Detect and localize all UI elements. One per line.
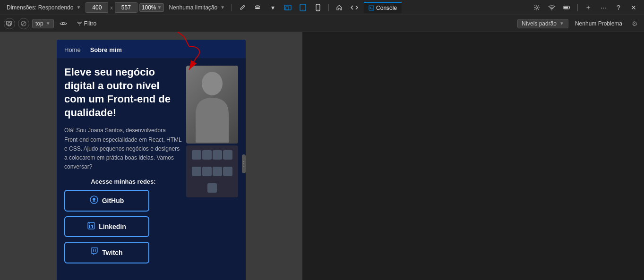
site-title: Eleve seu negócio digital a outro nível …: [64, 66, 182, 119]
sticker-4: [223, 150, 232, 160]
twitch-button[interactable]: Twitch: [64, 242, 149, 263]
signal-icon[interactable]: [545, 1, 558, 14]
console-tab[interactable]: Console: [364, 2, 402, 13]
github-icon: [90, 195, 98, 206]
svg-point-10: [551, 9, 552, 10]
pin-icon[interactable]: ▾: [266, 1, 279, 14]
code-icon[interactable]: [348, 1, 361, 14]
responsive-toggle-btn[interactable]: [4, 18, 15, 29]
toolbar-sep-2: [328, 4, 329, 11]
social-heading: Acesse minhas redes:: [64, 178, 182, 185]
filter-label: Filtro: [84, 20, 97, 27]
resize-dot-1: [243, 161, 244, 162]
svg-rect-1: [255, 8, 260, 9]
sticker-1: [192, 150, 201, 160]
settings-gear-icon[interactable]: ⚙: [629, 18, 640, 29]
context-label: top: [35, 20, 43, 27]
layers-icon[interactable]: [251, 1, 264, 14]
svg-rect-19: [89, 225, 90, 228]
limitation-chevron: ▼: [220, 5, 225, 10]
svg-rect-2: [284, 5, 291, 10]
filter-btn[interactable]: Filtro: [73, 19, 101, 28]
limitation-selector[interactable]: Nenhuma limitação ▼: [166, 3, 228, 12]
main-area: Home Sobre mim Eleve seu negócio digital…: [0, 32, 644, 280]
height-input[interactable]: [115, 2, 137, 13]
sticker-2: [202, 150, 212, 160]
svg-rect-21: [93, 249, 94, 252]
no-problems-label: Nenhum Problema: [571, 19, 626, 28]
twitch-label: Twitch: [102, 249, 122, 256]
devtools-toolbar: top ▼ Filtro Níveis padrão ▼ Nenhum Prob…: [0, 15, 644, 32]
nav-home[interactable]: Home: [64, 46, 81, 53]
context-chevron: ▼: [46, 21, 51, 26]
svg-point-7: [318, 9, 318, 10]
more-icon[interactable]: ···: [597, 1, 610, 14]
resize-dots: [243, 161, 244, 167]
top-toolbar: Dimensões: Respondendo ▼ x 100% ▼ Nenhum…: [0, 0, 644, 15]
dimension-chevron: ▼: [76, 5, 81, 10]
add-icon[interactable]: ＋: [582, 1, 595, 14]
nav-about[interactable]: Sobre mim: [90, 46, 122, 53]
github-label: GitHub: [102, 197, 124, 204]
svg-point-23: [202, 72, 223, 95]
profile-image: [186, 66, 238, 144]
site-nav: Home Sobre mim: [57, 40, 246, 58]
limitation-label: Nenhuma limitação: [169, 4, 217, 11]
linkedin-button[interactable]: Linkedin: [64, 216, 149, 237]
levels-chevron: ▼: [559, 21, 564, 26]
sticker-9: [207, 183, 217, 193]
width-input[interactable]: [86, 2, 108, 13]
site-image-col: [186, 66, 238, 268]
preview-pane: Home Sobre mim Eleve seu negócio digital…: [0, 32, 302, 280]
sticker-7: [213, 167, 222, 176]
dimension-box: x: [86, 2, 137, 13]
tablet-icon[interactable]: [296, 1, 309, 14]
zoom-chevron: ▼: [157, 5, 162, 10]
sticker-3: [213, 150, 222, 160]
sticker-6: [202, 167, 212, 176]
resize-dot-2: [243, 163, 244, 164]
context-selector[interactable]: top ▼: [32, 19, 54, 28]
zoom-value: 100%: [142, 4, 156, 11]
visibility-icon[interactable]: [57, 17, 70, 30]
site-preview: Home Sobre mim Eleve seu negócio digital…: [57, 40, 246, 280]
site-description: Olá! Sou Joana Santos, desenvolvedora Fr…: [64, 126, 182, 171]
site-text-col: Eleve seu negócio digital a outro nível …: [64, 66, 182, 268]
resize-handle[interactable]: [242, 154, 246, 173]
levels-selector[interactable]: Níveis padrão ▼: [517, 19, 568, 28]
site-content: Eleve seu negócio digital a outro nível …: [57, 58, 246, 276]
console-pane: [302, 32, 644, 280]
help-icon[interactable]: ?: [612, 1, 625, 14]
linkedin-icon: [87, 222, 95, 231]
sticker-8: [223, 167, 232, 176]
svg-rect-8: [369, 6, 374, 10]
zoom-selector[interactable]: 100% ▼: [139, 3, 164, 12]
console-tab-label: Console: [376, 5, 397, 11]
svg-rect-22: [95, 249, 96, 252]
responsive-icon[interactable]: [281, 1, 294, 14]
customize-icon[interactable]: [530, 1, 543, 14]
linkedin-label: Linkedin: [99, 223, 126, 230]
dimension-selector[interactable]: Dimensões: Respondendo ▼: [4, 3, 84, 12]
block-icon[interactable]: [18, 18, 29, 29]
battery-icon[interactable]: [560, 1, 574, 14]
pen-icon[interactable]: [236, 1, 249, 14]
github-button[interactable]: GitHub: [64, 190, 149, 212]
home-icon[interactable]: [333, 1, 346, 14]
svg-rect-14: [8, 23, 10, 26]
close-icon[interactable]: ✕: [627, 1, 640, 14]
svg-point-5: [302, 9, 303, 10]
svg-point-20: [89, 223, 90, 224]
dimension-label: Dimensões: Respondendo: [7, 4, 73, 11]
svg-rect-3: [286, 7, 289, 10]
svg-rect-12: [564, 7, 568, 8]
toolbar-sep-3: [577, 4, 578, 11]
levels-label: Níveis padrão: [522, 20, 557, 27]
phone-icon[interactable]: [311, 1, 325, 14]
toolbar-sep-1: [232, 4, 232, 11]
twitch-icon: [91, 247, 98, 258]
profile-image-inner: [186, 66, 238, 144]
sticker-5: [192, 167, 201, 176]
person-svg: [191, 67, 233, 143]
stickers-image: [186, 145, 238, 197]
